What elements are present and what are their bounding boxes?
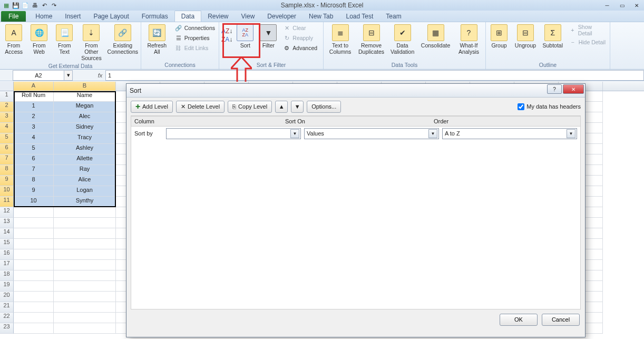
move-down-button[interactable]: ▼ (291, 101, 304, 113)
text-to-columns-button[interactable]: ≣Text to Columns (326, 23, 355, 56)
cell[interactable] (54, 313, 116, 323)
options-button[interactable]: Options... (307, 101, 341, 113)
cell[interactable]: Ray (54, 165, 116, 176)
cell[interactable] (14, 313, 54, 323)
row-header[interactable]: 1 (0, 91, 14, 102)
row-header[interactable]: 12 (0, 207, 14, 218)
sort-asc-button[interactable]: AZ↓ (221, 27, 232, 35)
tab-team[interactable]: Team (379, 11, 407, 22)
cell[interactable] (54, 249, 116, 260)
row-header[interactable]: 3 (0, 112, 14, 123)
cell[interactable]: 4 (14, 133, 54, 144)
cell[interactable]: Roll Num (14, 91, 54, 102)
sort-column-select[interactable]: ▼ (166, 128, 301, 139)
tab-developer[interactable]: Developer (261, 11, 303, 22)
row-header[interactable]: 14 (0, 228, 14, 239)
cell[interactable]: 2 (14, 112, 54, 123)
cell[interactable] (54, 228, 116, 239)
refresh-all-button[interactable]: 🔄Refresh All (143, 23, 171, 56)
from-other-sources-button[interactable]: ⇣From Other Sources (78, 23, 104, 62)
row-header[interactable]: 17 (0, 260, 14, 270)
row-header[interactable]: 13 (0, 218, 14, 228)
row-header[interactable]: 11 (0, 197, 14, 207)
connections-button[interactable]: 🔗Connections (173, 23, 217, 33)
row-header[interactable]: 10 (0, 186, 14, 197)
row-header[interactable]: 15 (0, 239, 14, 249)
row-header[interactable]: 2 (0, 102, 14, 112)
minimize-button[interactable]: ─ (600, 1, 614, 10)
undo-icon[interactable]: ↶ (40, 1, 48, 9)
row-header[interactable]: 20 (0, 292, 14, 302)
row-header[interactable]: 23 (0, 323, 14, 334)
cell[interactable]: 10 (14, 197, 54, 207)
delete-level-button[interactable]: ✕Delete Level (176, 101, 225, 113)
tab-data[interactable]: Data (174, 11, 201, 22)
cell[interactable] (14, 281, 54, 292)
col-header-A[interactable]: A (14, 82, 54, 91)
from-access-button[interactable]: AFrom Access (2, 23, 25, 56)
cell[interactable]: 8 (14, 176, 54, 186)
cell[interactable] (54, 323, 116, 334)
move-up-button[interactable]: ▲ (275, 101, 288, 113)
cell[interactable] (14, 260, 54, 270)
from-web-button[interactable]: 🌐From Web (27, 23, 51, 56)
row-header[interactable]: 7 (0, 154, 14, 165)
cell[interactable] (54, 239, 116, 249)
cell[interactable] (14, 270, 54, 281)
cell[interactable] (54, 218, 116, 228)
sort-order-select[interactable]: A to Z▼ (442, 128, 577, 139)
cell[interactable]: Sidney (54, 123, 116, 133)
cell[interactable] (54, 302, 116, 313)
cell[interactable] (14, 292, 54, 302)
row-header[interactable]: 6 (0, 144, 14, 154)
remove-duplicates-button[interactable]: ⊟Remove Duplicates (357, 23, 386, 56)
formula-input[interactable]: 1 (105, 70, 644, 81)
add-level-button[interactable]: ✚Add Level (131, 101, 173, 113)
copy-level-button[interactable]: ⎘Copy Level (228, 101, 272, 113)
cell[interactable] (54, 281, 116, 292)
row-header[interactable]: 5 (0, 133, 14, 144)
cell[interactable]: 3 (14, 123, 54, 133)
cell[interactable] (14, 302, 54, 313)
redo-icon[interactable]: ↷ (50, 1, 58, 9)
from-text-button[interactable]: 📃From Text (53, 23, 76, 56)
cell[interactable]: Name (54, 91, 116, 102)
maximize-button[interactable]: ▭ (614, 1, 629, 10)
group-button[interactable]: ⊞Group (488, 23, 510, 50)
cell[interactable] (14, 207, 54, 218)
fx-icon[interactable]: fx (95, 72, 105, 79)
tab-formulas[interactable]: Formulas (135, 11, 174, 22)
row-header[interactable]: 8 (0, 165, 14, 176)
doc-icon[interactable]: 📄 (21, 1, 30, 9)
row-header[interactable]: 4 (0, 123, 14, 133)
ok-button[interactable]: OK (500, 314, 538, 326)
filter-button[interactable]: ▼Filter (258, 23, 279, 50)
row-header[interactable]: 19 (0, 281, 14, 292)
cell[interactable]: 6 (14, 154, 54, 165)
dialog-close-button[interactable]: ✕ (563, 84, 584, 94)
cell[interactable]: Synthy (54, 197, 116, 207)
cell[interactable] (54, 260, 116, 270)
tab-pagelayout[interactable]: Page Layout (87, 11, 135, 22)
row-header[interactable]: 22 (0, 313, 14, 323)
dialog-title-bar[interactable]: Sort ? ✕ (126, 84, 585, 98)
cell[interactable]: Alec (54, 112, 116, 123)
cell[interactable]: 5 (14, 144, 54, 154)
tab-newtab[interactable]: New Tab (303, 11, 339, 22)
cell[interactable]: 1 (14, 102, 54, 112)
row-header[interactable]: 16 (0, 249, 14, 260)
close-button[interactable]: ✕ (629, 1, 644, 10)
subtotal-button[interactable]: ΣSubtotal (541, 23, 565, 50)
cell[interactable] (54, 207, 116, 218)
cell[interactable]: Allette (54, 154, 116, 165)
row-header[interactable]: 21 (0, 302, 14, 313)
my-data-has-headers-checkbox[interactable]: My data has headers (518, 103, 581, 110)
select-all-corner[interactable] (0, 82, 14, 91)
tab-home[interactable]: Home (29, 11, 58, 22)
save-icon[interactable]: 💾 (12, 1, 20, 9)
sort-on-select[interactable]: Values▼ (304, 128, 439, 139)
cell[interactable] (14, 249, 54, 260)
cell[interactable] (54, 292, 116, 302)
cell[interactable]: Tracy (54, 133, 116, 144)
cell[interactable]: Megan (54, 102, 116, 112)
